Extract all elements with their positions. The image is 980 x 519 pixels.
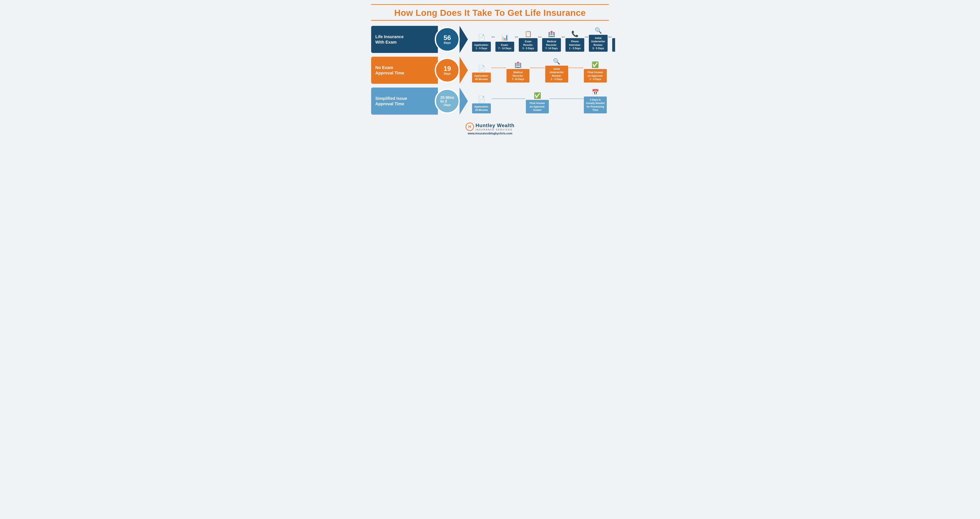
rows-container: Life InsuranceWith Exam56Days📄Applicatio… (371, 26, 609, 115)
step-icon-noexam-2: 🔍 (553, 58, 560, 65)
step-exam-0: 📄Application:1 - 5 Days (472, 34, 491, 52)
step-box-noexam-1: Medical Records:7- 14 Days (506, 69, 530, 83)
main-title: How Long Does It Take To Get Life Insura… (371, 8, 609, 18)
badge-unit-noexam: Days (444, 72, 450, 75)
step-simplified-2: 📅2 Days Is Usually Needed for Processing… (584, 89, 607, 113)
logo-letter: H (468, 125, 471, 129)
steps-flex-exam: 📄Application:1 - 5 Days📊Exam:7 - 14 Days… (472, 27, 615, 52)
step-icon-noexam-3: ✅ (592, 61, 599, 68)
row-noexam: No ExamApproval Time19Days📄Application:4… (371, 57, 609, 84)
step-box-exam-4: Phone Interview:1 - 3 Days (565, 38, 584, 52)
step-icon-noexam-1: 🏥 (514, 61, 522, 68)
step-box-exam-3: Medical Records:7- 14 Days (542, 38, 561, 52)
circle-badge-noexam: 19Days (435, 58, 460, 83)
label-area-noexam: No ExamApproval Time (371, 57, 438, 84)
dot-connector-exam-5 (608, 37, 611, 37)
website-url: www.insuranceblogbychris.com (371, 132, 609, 135)
circle-badge-exam: 56Days (435, 27, 460, 52)
step-exam-4: 📞Phone Interview:1 - 3 Days (565, 30, 584, 52)
step-exam-1: 📊Exam:7 - 14 Days (495, 34, 514, 52)
infographic-container: How Long Does It Take To Get Life Insura… (365, 0, 615, 143)
logo-area: H Huntley Wealth Insurance Services (371, 122, 609, 131)
step-box-simplified-0: Application:20 Minutes (472, 103, 491, 113)
step-simplified-1: ✅Final Answer on Approval:Instant (526, 92, 549, 113)
dot-connector-exam-0 (492, 37, 495, 37)
step-box-noexam-3: Final Answer on Approval:1 - 3 Days (584, 69, 607, 83)
step-noexam-1: 🏥Medical Records:7- 14 Days (506, 61, 530, 83)
logo-icon: H (466, 122, 474, 131)
dot-connector-noexam-1 (530, 68, 544, 68)
label-area-exam: Life InsuranceWith Exam (371, 26, 438, 53)
badge-number-simplified: 20 Minsto 2 (441, 96, 454, 103)
badge-unit-exam: Days (444, 41, 450, 44)
dot-connector-simplified-1 (550, 98, 583, 99)
step-box-exam-1: Exam:7 - 14 Days (495, 42, 514, 52)
step-exam-3: 🏥Medical Records:7- 14 Days (542, 30, 561, 52)
badge-number-noexam: 19 (444, 65, 451, 72)
dot-connector-exam-3 (562, 37, 565, 37)
dot-connector-exam-1 (515, 37, 518, 37)
label-area-simplified: Simplified IssueApproval Time (371, 87, 438, 115)
step-simplified-0: 📄Application:20 Minutes (472, 96, 491, 113)
dot-connector-simplified-0 (492, 98, 525, 99)
dot-connector-exam-4 (585, 37, 588, 37)
step-noexam-0: 📄Application:45 Minutes (472, 65, 491, 83)
step-icon-simplified-2: 📅 (592, 89, 599, 96)
label-text-simplified: Simplified IssueApproval Time (375, 96, 407, 106)
step-box-exam-0: Application:1 - 5 Days (472, 42, 491, 52)
steps-flex-simplified: 📄Application:20 Minutes✅Final Answer on … (472, 89, 607, 113)
badge-unit-simplified: Days (444, 103, 450, 107)
logo-sub: Insurance Services (476, 129, 515, 131)
step-box-exam-6: Follow-Up Questions:3 -5 Days (612, 38, 615, 52)
footer: H Huntley Wealth Insurance Services www.… (371, 118, 609, 137)
logo-name: Huntley Wealth (476, 122, 515, 128)
logo-text-group: Huntley Wealth Insurance Services (476, 122, 515, 131)
step-exam-2: 📋Exam Results:3 - 5 Days (519, 30, 538, 52)
step-noexam-2: 🔍Initial Underwriter Review:1 - 2 Days (545, 58, 568, 83)
step-exam-5: 🔍Initial Underwriter Review:3 - 5 Days (589, 27, 608, 52)
steps-area-noexam: 📄Application:45 Minutes🏥Medical Records:… (468, 58, 609, 83)
step-icon-exam-2: 📋 (525, 30, 532, 37)
step-icon-simplified-0: 📄 (478, 96, 485, 103)
steps-area-simplified: 📄Application:20 Minutes✅Final Answer on … (468, 89, 609, 113)
row-exam: Life InsuranceWith Exam56Days📄Applicatio… (371, 26, 609, 53)
circle-badge-simplified: 20 Minsto 2Days (435, 89, 460, 114)
step-box-noexam-2: Initial Underwriter Review:1 - 2 Days (545, 66, 568, 83)
step-exam-6: ❓Follow-Up Questions:3 -5 Days (612, 30, 615, 52)
arrow-noexam (460, 57, 468, 84)
steps-flex-noexam: 📄Application:45 Minutes🏥Medical Records:… (472, 58, 607, 83)
dot-connector-noexam-2 (569, 68, 583, 68)
dot-connector-exam-2 (538, 37, 541, 37)
step-box-simplified-1: Final Answer on Approval:Instant (526, 100, 549, 113)
steps-area-exam: 📄Application:1 - 5 Days📊Exam:7 - 14 Days… (468, 27, 615, 52)
step-box-exam-2: Exam Results:3 - 5 Days (519, 38, 538, 52)
step-icon-exam-1: 📊 (501, 34, 509, 41)
step-icon-noexam-0: 📄 (478, 65, 485, 72)
label-text-noexam: No ExamApproval Time (375, 65, 404, 76)
arrow-simplified (460, 87, 468, 115)
step-icon-exam-5: 🔍 (595, 27, 602, 34)
row-simplified: Simplified IssueApproval Time20 Minsto 2… (371, 87, 609, 115)
step-icon-simplified-1: ✅ (534, 92, 541, 99)
step-box-exam-5: Initial Underwriter Review:3 - 5 Days (589, 35, 608, 52)
step-box-simplified-2: 2 Days Is Usually Needed for Processing … (584, 97, 607, 113)
label-text-exam: Life InsuranceWith Exam (375, 34, 404, 45)
step-icon-exam-4: 📞 (571, 30, 579, 37)
step-icon-exam-0: 📄 (478, 34, 485, 41)
arrow-exam (460, 26, 468, 53)
step-box-noexam-0: Application:45 Minutes (472, 73, 491, 83)
header: How Long Does It Take To Get Life Insura… (371, 4, 609, 21)
dot-connector-noexam-0 (492, 68, 506, 68)
step-icon-exam-3: 🏥 (548, 30, 555, 37)
badge-number-exam: 56 (444, 34, 451, 41)
step-noexam-3: ✅Final Answer on Approval:1 - 3 Days (584, 61, 607, 83)
